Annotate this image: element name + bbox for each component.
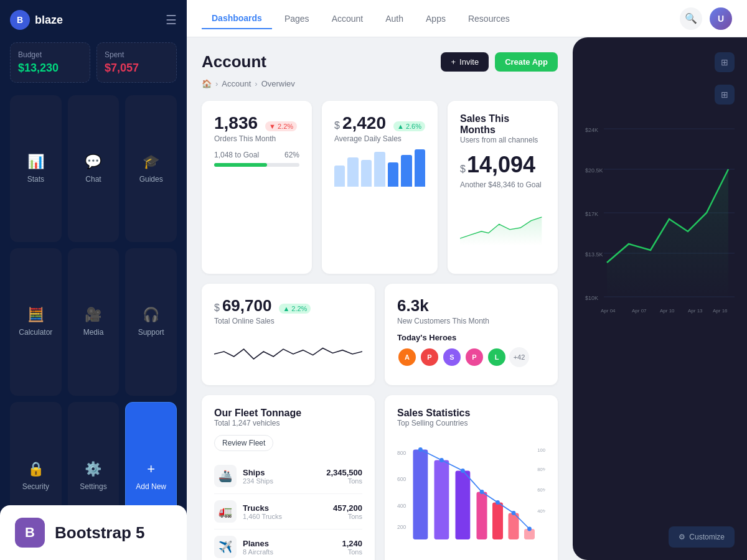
hero-avatar-0: A [397,347,417,367]
fleet-num-0: 2,345,500 [326,468,362,477]
support-icon: 🎧 [143,307,159,323]
nav-tab-resources[interactable]: Resources [458,9,520,29]
nav-tab-pages[interactable]: Pages [275,9,319,29]
fleet-value-1: 457,200 Tons [333,503,362,520]
svg-rect-5 [435,460,449,540]
fleet-unit-1: Tons [333,513,362,520]
stats-grid: 1,836 ▼ 2.2% Orders This Month 1,048 to … [202,101,558,274]
customers-label: New Customers This Month [397,317,545,325]
top-nav: DashboardsPagesAccountAuthAppsResources … [187,0,747,37]
chat-label: Chat [85,175,101,184]
online-sales-card: $ 69,700 ▲ 2.2% Total Online Sales [202,284,375,385]
header-actions: + Invite Create App [441,52,558,72]
create-app-button[interactable]: Create App [495,52,558,72]
review-fleet-button[interactable]: Review Fleet [214,435,273,451]
budget-row: Budget $13,230 Spent $7,057 [10,42,177,83]
guides-label: Guides [139,175,163,184]
heroes-section: Today's Heroes APSPL+42 [397,333,545,367]
daily-sales-value: 2,420 [342,113,386,133]
orders-label: Orders This Month [214,134,299,143]
customers-card: 6.3k New Customers This Month Today's He… [385,284,558,385]
spent-label: Spent [105,50,169,59]
fleet-icon-0: 🚢 [214,465,237,487]
heroes-label: Today's Heroes [397,333,545,342]
logo-icon: B [10,10,30,30]
svg-point-16 [512,511,516,515]
sidebar-btn-chat[interactable]: 💬 Chat [68,95,120,242]
fleet-card: Our Fleet Tonnage Total 1,247 vehicles R… [202,395,375,560]
search-icon[interactable]: 🔍 [680,7,702,30]
spent-value: $7,057 [105,62,169,75]
settings-label: Settings [80,482,106,491]
svg-text:40%: 40% [537,509,545,515]
sidebar: B blaze ☰ Budget $13,230 Spent $7,057 📊 … [0,0,187,560]
sidebar-header: B blaze ☰ [10,10,177,30]
nav-tab-auth[interactable]: Auth [375,9,413,29]
fleet-value-2: 1,240 Tons [342,539,362,556]
progress-fill [214,163,267,167]
bar-0 [334,166,345,187]
svg-text:Apr 07: Apr 07 [632,308,647,314]
svg-point-11 [418,447,423,452]
support-label: Support [138,328,164,337]
sidebar-btn-media[interactable]: 🎥 Media [68,248,120,395]
logo-text: blaze [35,14,63,27]
sales-line-chart [460,197,545,261]
mini-bar-chart [334,143,425,187]
chat-icon: 💬 [85,154,101,170]
second-row: $ 69,700 ▲ 2.2% Total Online Sales [202,284,558,385]
bar-6 [415,149,425,187]
breadcrumb: 🏠 › Account › Overwiev [202,79,558,88]
rp-icon-1[interactable]: ⊞ [715,52,735,72]
fleet-sub-2: 8 Aircrafts [243,548,342,556]
fleet-num-2: 1,240 [342,539,362,548]
menu-icon[interactable]: ☰ [166,12,177,27]
budget-label: Budget [18,50,82,59]
sales-month-value: 14,094 [467,152,535,178]
rp-icon-2[interactable]: ⊞ [715,85,735,105]
customers-value: 6.3k [397,296,545,315]
home-icon: 🏠 [202,79,212,88]
fleet-unit-0: Tons [326,477,362,485]
fleet-section: Our Fleet Tonnage Total 1,247 vehicles R… [202,395,558,560]
bar-1 [347,157,358,187]
fleet-unit-2: Tons [342,548,362,556]
fleet-icon-2: ✈️ [214,536,237,558]
guides-icon: 🎓 [143,154,159,170]
fleet-items: 🚢 Ships 234 Ships 2,345,500 Tons 🚛 Truck… [214,459,362,560]
nav-tab-apps[interactable]: Apps [416,9,456,29]
invite-button[interactable]: + Invite [441,52,489,72]
sidebar-btn-support[interactable]: 🎧 Support [125,248,177,395]
svg-text:Apr 16: Apr 16 [713,308,728,314]
spent-card: Spent $7,057 [96,42,177,83]
nav-tab-dashboards[interactable]: Dashboards [202,8,272,29]
breadcrumb-overview: Overwiev [261,79,295,88]
bootstrap-label: Bootstrap 5 [55,523,144,543]
security-label: Security [22,482,49,491]
orders-card: 1,836 ▼ 2.2% Orders This Month 1,048 to … [202,101,312,274]
nav-tab-account[interactable]: Account [322,9,374,29]
rp-chart-area: $24K $20.5K $17K $13.5K $10K [585,119,735,545]
svg-point-14 [480,490,484,494]
media-icon: 🎥 [85,307,101,323]
sidebar-btn-stats[interactable]: 📊 Stats [10,95,62,242]
customize-button[interactable]: ⚙ Customize [669,526,735,548]
goal-text: 1,048 to Goal [214,151,259,159]
sidebar-btn-calculator[interactable]: 🧮 Calculator [10,248,62,395]
wave-chart [214,335,362,373]
avatar[interactable]: U [710,7,732,30]
svg-rect-4 [413,450,428,540]
breadcrumb-account[interactable]: Account [222,79,251,88]
sales-goal-text: Another $48,346 to Goal [460,180,545,189]
svg-text:400: 400 [397,503,406,509]
budget-value: $13,230 [18,62,82,75]
online-sales-value: 69,700 [222,296,272,315]
nav-right: 🔍 U [680,7,732,30]
svg-text:Apr 10: Apr 10 [660,308,675,314]
sidebar-btn-guides[interactable]: 🎓 Guides [125,95,177,242]
fleet-subtitle: Total 1,247 vehicles [214,419,362,427]
content-inner: Account + Invite Create App 🏠 › Account … [187,37,573,560]
fleet-row-0: 🚢 Ships 234 Ships 2,345,500 Tons [214,459,362,494]
svg-point-17 [527,527,532,531]
sales-month-title: Sales This Months [460,113,545,136]
